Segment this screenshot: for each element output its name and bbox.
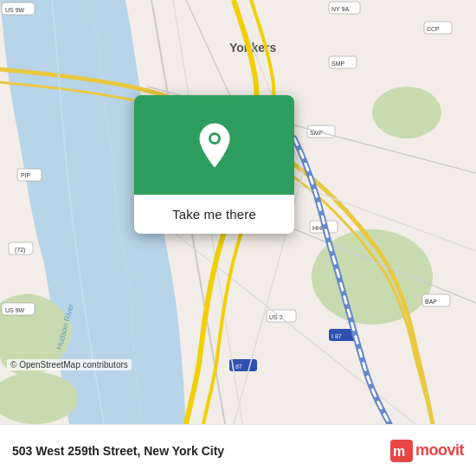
- svg-point-2: [372, 87, 441, 138]
- svg-text:m: m: [393, 444, 405, 459]
- svg-text:BAP: BAP: [425, 299, 437, 305]
- moovit-logo-icon: m: [390, 440, 413, 462]
- popup-icon-area: [134, 95, 294, 195]
- moovit-logo: m moovit: [390, 440, 464, 462]
- location-pin-icon: [196, 122, 234, 169]
- svg-text:NY 9A: NY 9A: [331, 6, 349, 12]
- svg-text:PIP: PIP: [21, 172, 31, 178]
- svg-text:CCP: CCP: [427, 26, 440, 32]
- svg-text:(72): (72): [15, 247, 25, 254]
- address-text: 503 West 259th Street, New York City: [12, 444, 382, 458]
- svg-text:US 9W: US 9W: [5, 307, 25, 313]
- map-container: US 9W US 9W NY 9A PIP (72) SMP SMP CCP H…: [0, 0, 476, 424]
- svg-text:SMP: SMP: [331, 61, 345, 67]
- svg-text:US 9W: US 9W: [5, 7, 25, 13]
- take-me-there-button[interactable]: Take me there: [134, 195, 294, 234]
- map-attribution: © OpenStreetMap contributors: [7, 359, 132, 370]
- svg-point-42: [211, 135, 218, 142]
- svg-text:I 87: I 87: [331, 333, 342, 339]
- popup-card: Take me there: [134, 95, 294, 234]
- moovit-logo-text: moovit: [415, 441, 464, 460]
- bottom-bar: 503 West 259th Street, New York City m m…: [0, 424, 476, 476]
